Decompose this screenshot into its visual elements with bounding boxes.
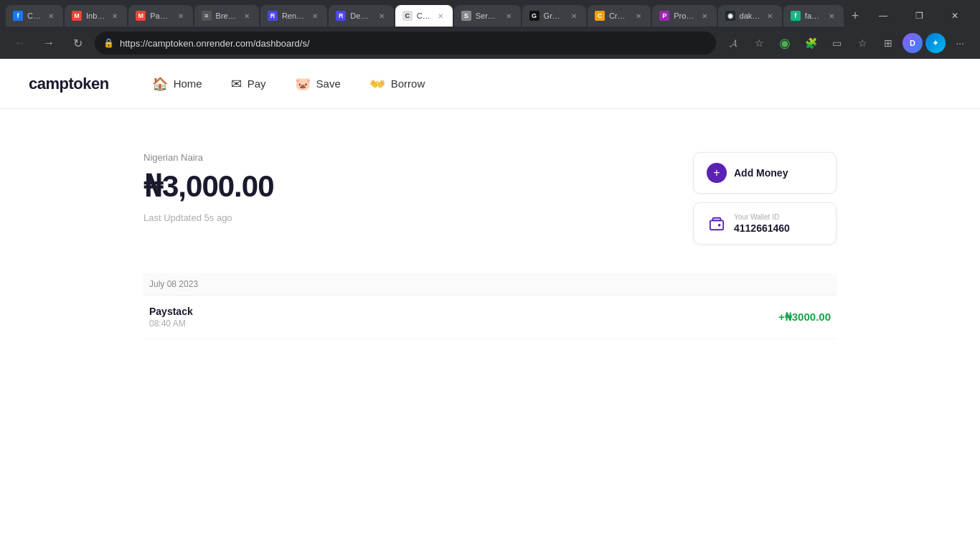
- back-button[interactable]: ←: [9, 32, 32, 55]
- nav-home-label: Home: [174, 77, 202, 90]
- maximize-button[interactable]: ❐: [903, 5, 936, 27]
- passw-label: Passwor: [150, 11, 171, 20]
- server-label: Server Er: [476, 11, 499, 20]
- creative-favicon: C: [595, 11, 605, 21]
- copilot-button[interactable]: ✦: [925, 33, 946, 53]
- deploy-label: Deploy a: [350, 11, 372, 20]
- app-container: camptoken 🏠Home✉Pay🐷Save👐Borrow Nigerian…: [0, 59, 980, 551]
- wallet-card: Your Wallet ID 4112661460: [693, 202, 837, 245]
- split-screen-icon[interactable]: ▭: [825, 32, 848, 55]
- breaking-label: Breaking: [216, 11, 237, 20]
- transaction-info: Paystack08:40 AM: [149, 306, 193, 329]
- transaction-row: Paystack08:40 AM+₦3000.00: [143, 296, 837, 339]
- tab-bar: fCha✕MInbox (2✕MPasswor✕≡Breaking✕RRende…: [0, 0, 980, 27]
- nav-link-pay[interactable]: ✉Pay: [231, 76, 266, 92]
- right-panel: + Add Money Your Wallet ID 4112661460: [693, 152, 837, 245]
- forward-button[interactable]: →: [37, 32, 60, 55]
- nav-pay-icon: ✉: [231, 76, 242, 92]
- reload-button[interactable]: ↻: [66, 32, 89, 55]
- server-close[interactable]: ✕: [504, 11, 514, 21]
- inbox-close[interactable]: ✕: [110, 11, 120, 21]
- settings-icon[interactable]: ···: [948, 32, 971, 55]
- camptoken-close[interactable]: ✕: [435, 11, 446, 21]
- passw-close[interactable]: ✕: [176, 11, 186, 21]
- tab-cha[interactable]: fCha✕: [6, 5, 63, 27]
- tab-camptoken[interactable]: CCamp✕: [395, 5, 453, 27]
- tab-inbox[interactable]: MInbox (2✕: [65, 5, 127, 27]
- nav-link-borrow[interactable]: 👐Borrow: [369, 76, 425, 92]
- favorites-icon[interactable]: ☆: [748, 32, 771, 55]
- inbox-favicon: M: [72, 11, 82, 21]
- nav-link-home[interactable]: 🏠Home: [152, 76, 202, 92]
- fasthttp-label: fasthttp: [805, 11, 822, 20]
- nav-home-icon: 🏠: [152, 76, 168, 92]
- program-label: Program: [674, 11, 694, 20]
- lock-icon: 🔒: [103, 38, 114, 48]
- grants-favicon: G: [529, 11, 540, 21]
- passw-favicon: M: [136, 11, 146, 21]
- minimize-button[interactable]: —: [867, 5, 900, 27]
- new-tab-button[interactable]: +: [845, 6, 865, 26]
- deploy-favicon: R: [336, 11, 346, 21]
- browser-icon[interactable]: ◉: [773, 32, 796, 55]
- read-aloud-icon[interactable]: 𝓐: [722, 32, 745, 55]
- main-content: Nigerian Naira ₦3,000.00 Last Updtated 5…: [0, 109, 980, 273]
- tab-breaking[interactable]: ≡Breaking✕: [194, 5, 259, 27]
- tab-deploy[interactable]: RDeploy a✕: [329, 5, 393, 27]
- window-controls: — ❐ ✕: [867, 5, 974, 27]
- nav-links: 🏠Home✉Pay🐷Save👐Borrow: [152, 76, 425, 92]
- tab-github[interactable]: ◉dakohhh✕: [718, 5, 782, 27]
- address-input[interactable]: 🔒 https://camptoken.onrender.com/dashboa…: [95, 32, 716, 55]
- inbox-label: Inbox (2: [86, 11, 105, 20]
- github-label: dakohhh: [740, 11, 760, 20]
- fasthttp-close[interactable]: ✕: [826, 11, 837, 21]
- nav-save-icon: 🐷: [295, 76, 311, 92]
- url-text: https://camptoken.onrender.com/dashboard…: [120, 38, 707, 49]
- grants-close[interactable]: ✕: [569, 11, 579, 21]
- server-favicon: S: [461, 11, 471, 21]
- profile-avatar[interactable]: D: [903, 33, 923, 53]
- nav-save-label: Save: [316, 77, 341, 90]
- cha-close[interactable]: ✕: [46, 11, 56, 21]
- transaction-time: 08:40 AM: [149, 319, 193, 329]
- breaking-close[interactable]: ✕: [242, 11, 252, 21]
- transactions-section: July 08 2023 Paystack08:40 AM+₦3000.00: [0, 273, 980, 339]
- creative-label: Creative: [609, 11, 629, 20]
- nav-link-save[interactable]: 🐷Save: [295, 76, 341, 92]
- program-close[interactable]: ✕: [699, 11, 710, 21]
- github-close[interactable]: ✕: [765, 11, 775, 21]
- address-bar: ← → ↻ 🔒 https://camptoken.onrender.com/d…: [0, 27, 980, 59]
- github-favicon: ◉: [725, 11, 735, 21]
- nav-pay-label: Pay: [248, 77, 266, 90]
- creative-close[interactable]: ✕: [633, 11, 644, 21]
- grants-label: Grants –: [544, 11, 565, 20]
- extensions-icon[interactable]: 🧩: [799, 32, 822, 55]
- add-money-button[interactable]: + Add Money: [693, 152, 837, 194]
- render1-label: Render C: [282, 11, 306, 20]
- cha-favicon: f: [13, 11, 23, 21]
- close-button[interactable]: ✕: [938, 5, 971, 27]
- tab-server[interactable]: SServer Er✕: [454, 5, 521, 27]
- wallet-info: Your Wallet ID 4112661460: [734, 213, 790, 234]
- svg-point-1: [719, 224, 720, 225]
- tab-render1[interactable]: RRender C✕: [260, 5, 327, 27]
- toolbar-icons: 𝓐 ☆ ◉ 🧩 ▭ ☆ ⊞ D ✦ ···: [722, 32, 971, 55]
- favorites-bar-icon[interactable]: ☆: [851, 32, 874, 55]
- tab-program[interactable]: PProgram✕: [652, 5, 716, 27]
- tab-fasthttp[interactable]: ffasthttp✕: [783, 5, 844, 27]
- tab-grants[interactable]: GGrants –✕: [522, 5, 586, 27]
- deploy-close[interactable]: ✕: [377, 11, 387, 21]
- collections-icon[interactable]: ⊞: [877, 32, 900, 55]
- render1-close[interactable]: ✕: [310, 11, 320, 21]
- tab-passw[interactable]: MPasswor✕: [128, 5, 192, 27]
- fasthttp-favicon: f: [791, 11, 801, 21]
- wallet-id-value: 4112661460: [734, 222, 790, 234]
- svg-rect-0: [710, 220, 723, 230]
- nav-borrow-icon: 👐: [369, 76, 385, 92]
- cha-label: Cha: [27, 11, 42, 20]
- render1-favicon: R: [268, 11, 278, 21]
- camptoken-label: Camp: [417, 11, 431, 20]
- wallet-id-label: Your Wallet ID: [734, 213, 790, 221]
- transaction-amount: +₦3000.00: [778, 311, 831, 324]
- tab-creative[interactable]: CCreative✕: [588, 5, 651, 27]
